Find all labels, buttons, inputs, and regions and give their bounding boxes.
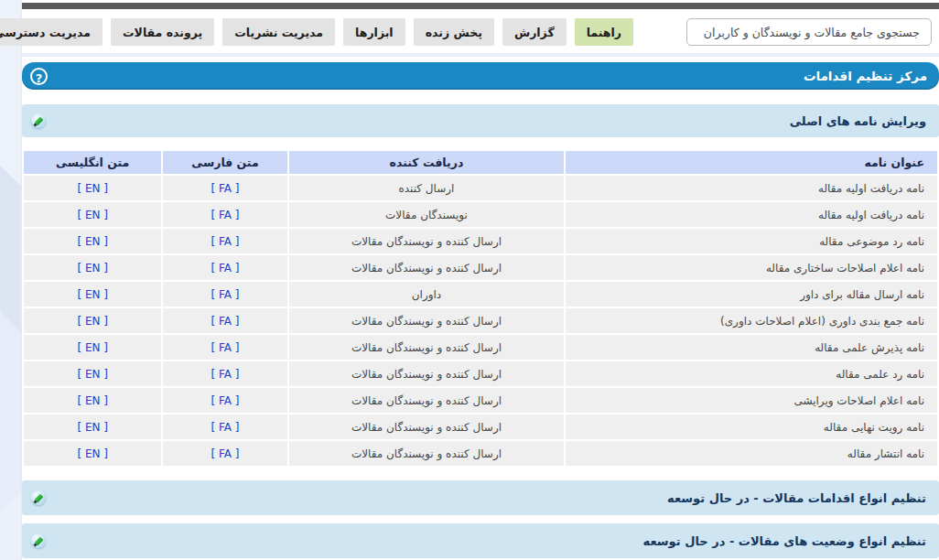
table-row: نامه رد موضوعی مقالهارسال کننده و نویسند… (24, 229, 937, 253)
nav-button-access-management[interactable]: مدیریت دسترسی ها (0, 18, 103, 46)
recipient-cell: ارسال کننده و نویسندگان مقالات (289, 229, 565, 253)
page-title: مرکز تنظیم اقدامات (804, 69, 927, 83)
letter-title-cell: نامه رد علمی مقاله (566, 361, 937, 386)
section-action-types-title: تنظیم انواع اقدامات مقالات - در حال توسع… (667, 491, 926, 505)
en-edit-link[interactable]: [ EN ] (77, 368, 108, 381)
top-dark-bar (22, 3, 939, 9)
recipient-cell: ارسال کننده (289, 176, 565, 200)
letter-title-cell: نامه جمع بندی داوری (اعلام اصلاحات داوری… (566, 308, 937, 333)
persian-text-cell: [ FA ] (163, 229, 286, 253)
en-edit-link[interactable]: [ EN ] (77, 421, 108, 434)
persian-text-cell: [ FA ] (163, 176, 286, 200)
en-edit-link[interactable]: [ EN ] (77, 182, 108, 195)
edit-icon[interactable] (31, 490, 46, 505)
table-row: نامه پذیرش علمی مقالهارسال کننده و نویسن… (24, 335, 937, 360)
en-edit-link[interactable]: [ EN ] (77, 341, 108, 354)
english-text-cell: [ EN ] (24, 335, 161, 360)
letters-table-header-row: عنوان نامه دریافت کننده متن فارسی متن ان… (24, 151, 937, 174)
fa-edit-link[interactable]: [ FA ] (210, 209, 239, 221)
fa-edit-link[interactable]: [ FA ] (210, 182, 239, 195)
fa-edit-link[interactable]: [ FA ] (210, 315, 239, 328)
nav-separator (22, 53, 939, 57)
fa-edit-link[interactable]: [ FA ] (210, 447, 239, 460)
letter-title-cell: نامه انتشار مقاله (566, 441, 937, 466)
english-text-cell: [ EN ] (24, 415, 161, 439)
fa-edit-link[interactable]: [ FA ] (210, 235, 239, 248)
letter-title-cell: نامه اعلام اصلاحات ویرایشی (566, 388, 937, 413)
edit-icon[interactable] (31, 533, 46, 548)
persian-text-cell: [ FA ] (163, 361, 286, 386)
letter-title-cell: نامه دریافت اولیه مقاله (566, 176, 937, 200)
section-status-types[interactable]: تنظیم انواع وضعیت های مقالات - در حال تو… (22, 523, 939, 558)
fa-edit-link[interactable]: [ FA ] (210, 341, 239, 354)
fa-edit-link[interactable]: [ FA ] (210, 421, 239, 434)
recipient-cell: ارسال کننده و نویسندگان مقالات (289, 361, 565, 386)
main-panel: راهنماگزارشپخش زندهابزارهامدیریت نشریاتپ… (21, 0, 939, 560)
recipient-cell: ارسال کننده و نویسندگان مقالات (289, 415, 565, 439)
section-action-types[interactable]: تنظیم انواع اقدامات مقالات - در حال توسع… (22, 480, 939, 515)
letters-table: عنوان نامه دریافت کننده متن فارسی متن ان… (22, 149, 939, 468)
en-edit-link[interactable]: [ EN ] (77, 209, 108, 221)
column-header-persian-text: متن فارسی (163, 151, 286, 174)
en-edit-link[interactable]: [ EN ] (77, 262, 108, 275)
persian-text-cell: [ FA ] (163, 255, 286, 280)
nav-button-help[interactable]: راهنما (575, 18, 633, 46)
en-edit-link[interactable]: [ EN ] (77, 315, 108, 328)
en-edit-link[interactable]: [ EN ] (77, 235, 108, 248)
persian-text-cell: [ FA ] (163, 388, 286, 413)
recipient-cell: ارسال کننده و نویسندگان مقالات (289, 335, 565, 360)
column-header-english-text: متن انگلیسی (24, 151, 161, 174)
fa-edit-link[interactable]: [ FA ] (210, 288, 239, 301)
letter-title-cell: نامه پذیرش علمی مقاله (566, 335, 937, 360)
search-container (686, 18, 932, 46)
en-edit-link[interactable]: [ EN ] (77, 288, 108, 301)
letter-title-cell: نامه ارسال مقاله برای داور (566, 282, 937, 307)
fa-edit-link[interactable]: [ FA ] (210, 368, 239, 381)
persian-text-cell: [ FA ] (163, 335, 286, 360)
nav-button-journal-management[interactable]: مدیریت نشریات (222, 18, 335, 46)
section-status-types-title: تنظیم انواع وضعیت های مقالات - در حال تو… (643, 534, 926, 548)
english-text-cell: [ EN ] (24, 255, 161, 280)
persian-text-cell: [ FA ] (163, 202, 286, 227)
english-text-cell: [ EN ] (24, 308, 161, 333)
fa-edit-link[interactable]: [ FA ] (210, 262, 239, 275)
english-text-cell: [ EN ] (24, 361, 161, 386)
table-row: نامه رویت نهایی مقالهارسال کننده و نویسن… (24, 415, 937, 439)
nav-button-tools[interactable]: ابزارها (343, 18, 405, 46)
section-edit-letters[interactable]: ویرایش نامه های اصلی (22, 104, 939, 137)
recipient-cell: داوران (289, 282, 565, 307)
table-row: نامه اعلام اصلاحات ویرایشیارسال کننده و … (24, 388, 937, 413)
recipient-cell: ارسال کننده و نویسندگان مقالات (289, 441, 565, 466)
section-edit-letters-title: ویرایش نامه های اصلی (790, 114, 926, 128)
table-row: نامه جمع بندی داوری (اعلام اصلاحات داوری… (24, 308, 937, 333)
english-text-cell: [ EN ] (24, 229, 161, 253)
en-edit-link[interactable]: [ EN ] (77, 447, 108, 460)
recipient-cell: ارسال کننده و نویسندگان مقالات (289, 388, 565, 413)
nav-button-report[interactable]: گزارش (502, 18, 567, 46)
nav-button-article-files[interactable]: پرونده مقالات (111, 18, 214, 46)
page-title-bar: مرکز تنظیم اقدامات ? (22, 62, 939, 90)
persian-text-cell: [ FA ] (163, 282, 286, 307)
letter-title-cell: نامه رد موضوعی مقاله (566, 229, 937, 253)
persian-text-cell: [ FA ] (163, 308, 286, 333)
recipient-cell: نویسندگان مقالات (289, 202, 565, 227)
table-row: نامه انتشار مقالهارسال کننده و نویسندگان… (24, 441, 937, 466)
english-text-cell: [ EN ] (24, 388, 161, 413)
column-header-letter-title: عنوان نامه (566, 151, 937, 174)
letter-title-cell: نامه دریافت اولیه مقاله (566, 202, 937, 227)
table-row: نامه ارسال مقاله برای داورداوران[ FA ][ … (24, 282, 937, 307)
edit-icon[interactable] (31, 113, 46, 128)
english-text-cell: [ EN ] (24, 176, 161, 200)
table-row: نامه دریافت اولیه مقالهنویسندگان مقالات[… (24, 202, 937, 227)
help-icon[interactable]: ? (30, 68, 48, 85)
english-text-cell: [ EN ] (24, 202, 161, 227)
persian-text-cell: [ FA ] (163, 415, 286, 439)
nav-button-live-broadcast[interactable]: پخش زنده (414, 18, 494, 46)
letter-title-cell: نامه رویت نهایی مقاله (566, 415, 937, 439)
english-text-cell: [ EN ] (24, 282, 161, 307)
en-edit-link[interactable]: [ EN ] (77, 394, 108, 407)
search-input[interactable] (686, 18, 932, 46)
table-row: نامه اعلام اصلاحات ساختاری مقالهارسال کن… (24, 255, 937, 280)
fa-edit-link[interactable]: [ FA ] (210, 394, 239, 407)
recipient-cell: ارسال کننده و نویسندگان مقالات (289, 255, 565, 280)
